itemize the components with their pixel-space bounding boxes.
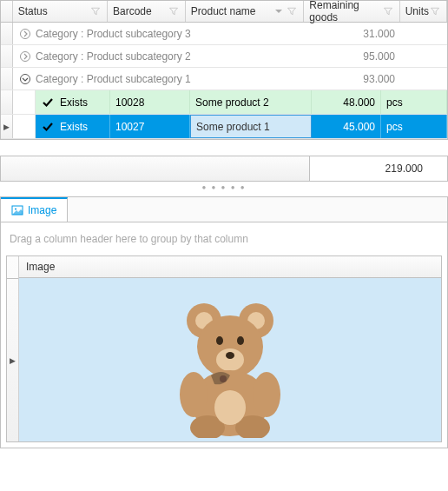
filter-icon[interactable] — [89, 5, 102, 17]
barcode-cell: 10028 — [110, 90, 190, 114]
column-label: Units — [405, 5, 429, 17]
product-image — [143, 282, 317, 438]
expand-collapsed-icon[interactable] — [18, 50, 32, 63]
svg-point-13 — [226, 352, 234, 359]
svg-point-0 — [21, 29, 30, 38]
detail-tab-bar: Image — [0, 196, 448, 222]
detail-row-indicator: ▶ — [7, 256, 19, 441]
row-indent — [13, 115, 36, 138]
detail-grid: ▶ Image — [6, 255, 442, 442]
column-label: Status — [18, 5, 89, 17]
units-cell: pcs — [381, 90, 447, 114]
group-label: Category : Product subcategory 1 — [36, 73, 352, 85]
barcode-cell: 10027 — [110, 115, 190, 138]
column-header-product-name[interactable]: Product name — [186, 1, 305, 22]
column-header-status[interactable]: Status — [13, 1, 108, 22]
detail-column-header[interactable]: Image — [19, 256, 441, 278]
group-aggregate: 31.000 — [352, 28, 447, 40]
status-cell: Exists — [36, 90, 110, 114]
table-row-selected[interactable]: ▶ Exists 10027 Some product 1 45.000 pcs — [1, 115, 447, 139]
row-indicator-current: ▶ — [1, 115, 13, 138]
detail-main: Image — [19, 256, 441, 441]
expand-collapsed-icon[interactable] — [18, 27, 32, 41]
tab-label: Image — [28, 204, 56, 216]
svg-point-20 — [220, 375, 227, 382]
column-header-barcode[interactable]: Barcode — [108, 1, 186, 22]
sort-desc-icon[interactable] — [274, 7, 283, 16]
row-indicator — [1, 90, 13, 114]
svg-point-19 — [214, 390, 246, 425]
column-header-units[interactable]: Units — [400, 1, 447, 22]
splitter-handle[interactable]: ● ● ● ● ● — [0, 182, 448, 193]
detail-panel: Drag a column header here to group by th… — [0, 222, 448, 448]
group-aggregate: 93.000 — [352, 73, 447, 85]
column-header-remaining[interactable]: Remaining goods — [304, 1, 399, 22]
group-row[interactable]: Category : Product subcategory 2 95.000 — [1, 45, 447, 68]
svg-point-2 — [21, 74, 30, 83]
product-name-cell-editing[interactable]: Some product 1 — [190, 115, 312, 138]
svg-point-1 — [21, 51, 30, 61]
filter-icon[interactable] — [168, 5, 180, 17]
group-row[interactable]: Category : Product subcategory 3 31.000 — [1, 23, 447, 45]
total-value: 219.000 — [310, 156, 447, 181]
check-icon — [41, 120, 55, 134]
column-label: Product name — [191, 5, 275, 17]
tab-image[interactable]: Image — [1, 197, 68, 222]
group-by-hint[interactable]: Drag a column header here to group by th… — [6, 228, 442, 250]
expand-expanded-icon[interactable] — [18, 72, 32, 86]
row-indicator — [1, 45, 13, 67]
product-grid: Status Barcode Product name Remaining go… — [0, 0, 448, 140]
remaining-cell: 48.000 — [312, 90, 381, 114]
units-cell: pcs — [381, 115, 447, 138]
filter-icon[interactable] — [429, 5, 441, 17]
svg-point-12 — [237, 336, 244, 345]
product-name-cell: Some product 2 — [190, 90, 312, 114]
row-indicator — [1, 68, 13, 90]
svg-point-15 — [180, 372, 208, 417]
svg-point-11 — [216, 336, 223, 345]
table-row[interactable]: Exists 10028 Some product 2 48.000 pcs — [1, 90, 447, 115]
column-label: Barcode — [113, 5, 168, 17]
svg-point-16 — [253, 372, 280, 417]
status-text: Exists — [60, 121, 88, 133]
group-label: Category : Product subcategory 2 — [36, 50, 352, 63]
grid-header-row: Status Barcode Product name Remaining go… — [1, 1, 447, 23]
detail-image-cell[interactable] — [19, 278, 441, 441]
status-cell: Exists — [36, 115, 110, 138]
total-spacer — [1, 156, 310, 181]
teddy-bear-image — [143, 282, 317, 438]
group-label: Category : Product subcategory 3 — [36, 28, 352, 40]
status-text: Exists — [60, 96, 88, 109]
svg-point-10 — [216, 348, 244, 371]
total-row: 219.000 — [0, 156, 448, 182]
svg-point-4 — [15, 209, 16, 210]
filter-icon[interactable] — [382, 5, 394, 17]
image-icon — [11, 204, 23, 216]
remaining-cell: 45.000 — [312, 115, 381, 138]
row-indicator — [1, 23, 13, 44]
group-row[interactable]: Category : Product subcategory 1 93.000 — [1, 68, 447, 90]
column-label: Remaining goods — [309, 0, 381, 23]
check-icon — [41, 96, 55, 109]
group-aggregate: 95.000 — [352, 50, 447, 63]
row-indent — [13, 90, 36, 114]
filter-icon[interactable] — [286, 5, 298, 17]
row-indicator-header — [1, 1, 13, 22]
